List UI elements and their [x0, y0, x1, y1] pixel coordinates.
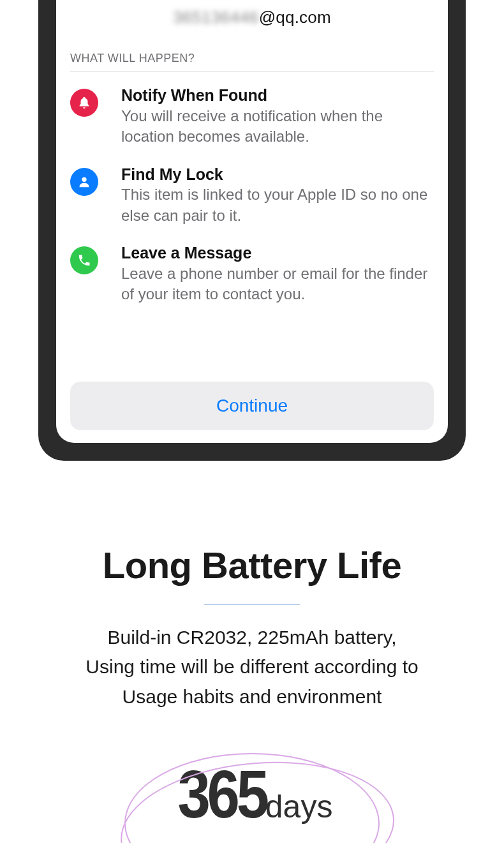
item-title: Find My Lock [121, 165, 434, 184]
item-desc: Leave a phone number or email for the fi… [121, 264, 434, 305]
continue-button[interactable]: Continue [70, 382, 434, 430]
divider [204, 604, 300, 605]
item-title: Leave a Message [121, 244, 434, 262]
email-blurred-part: 365136446 [173, 8, 259, 27]
svg-point-0 [82, 177, 86, 181]
item-desc: This item is linked to your Apple ID so … [121, 184, 434, 226]
section-title: WHAT WILL HAPPEN? [70, 52, 434, 72]
battery-title: Long Battery Life [0, 544, 504, 586]
battery-desc-line1: Build-in CR2032, 225mAh battery, [107, 627, 396, 648]
item-desc: You will receive a notification when the… [121, 106, 434, 147]
item-leave-message: Leave a Message Leave a phone number or … [70, 244, 434, 305]
battery-desc-line2: Using time will be different according t… [85, 656, 418, 677]
bell-icon [70, 89, 98, 117]
item-title: Notify When Found [121, 86, 434, 105]
item-notify-when-found: Notify When Found You will receive a not… [70, 86, 434, 147]
phone-frame: 365136446@qq.com WHAT WILL HAPPEN? Notif… [38, 0, 466, 461]
phone-icon [70, 246, 98, 274]
battery-desc: Build-in CR2032, 225mAh battery, Using t… [0, 623, 504, 712]
email-visible-part: @qq.com [259, 8, 331, 27]
phone-screen: 365136446@qq.com WHAT WILL HAPPEN? Notif… [56, 0, 448, 443]
email-display: 365136446@qq.com [70, 8, 434, 27]
person-icon [70, 168, 98, 196]
item-find-my-lock: Find My Lock This item is linked to your… [70, 165, 434, 227]
battery-desc-line3: Usage habits and environment [122, 686, 382, 707]
